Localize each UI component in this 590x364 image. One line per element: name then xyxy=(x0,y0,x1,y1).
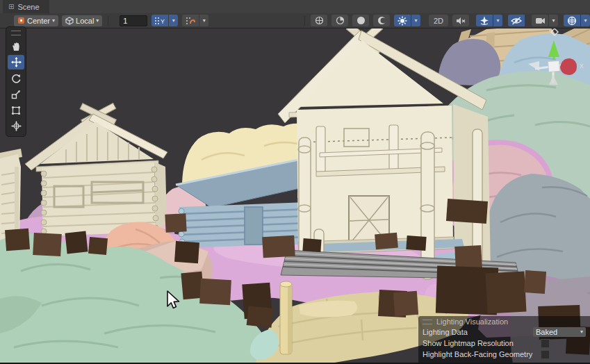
pivot-center-icon xyxy=(17,17,25,24)
hidden-objects-button[interactable] xyxy=(508,15,525,26)
tool-rotate[interactable] xyxy=(8,71,24,85)
rotate-icon xyxy=(11,74,21,83)
grid-visibility-button[interactable]: Y xyxy=(151,15,168,26)
camera-settings-button[interactable] xyxy=(532,15,548,26)
tool-pan-hand[interactable] xyxy=(8,39,24,53)
tools-drag-handle[interactable] xyxy=(11,31,21,35)
svg-text:Y: Y xyxy=(161,18,165,25)
wireframe-sphere-icon xyxy=(315,16,324,25)
camera-settings-dropdown[interactable]: ▾ xyxy=(549,15,558,26)
panel-title: Lighting Visualization xyxy=(436,317,508,326)
draw-mode-shaded-wireframe-button[interactable] xyxy=(331,15,348,26)
effects-sparkle-icon xyxy=(480,16,489,25)
cube-orientation-icon xyxy=(65,17,74,25)
tools-overlay xyxy=(6,26,26,137)
show-lightmap-resolution-checkbox[interactable] xyxy=(541,339,550,348)
shaded-wireframe-sphere-icon xyxy=(336,16,345,25)
show-lightmap-resolution-label: Show Lightmap Resolution xyxy=(423,339,514,347)
audio-toggle-button[interactable] xyxy=(452,15,469,26)
eye-slash-icon xyxy=(511,17,522,25)
grid-icon: ⊞ xyxy=(8,3,14,10)
sun-icon xyxy=(398,16,407,26)
grid-y-icon: Y xyxy=(154,17,165,25)
gizmos-toggle-button[interactable] xyxy=(564,15,580,26)
x-axis-label: x xyxy=(580,61,584,69)
tool-transform[interactable] xyxy=(8,119,24,133)
snap-magnet-icon xyxy=(186,17,195,25)
tool-rect[interactable] xyxy=(8,103,24,117)
snap-toggle-button[interactable] xyxy=(182,15,199,26)
draw-mode-wireframe-button[interactable] xyxy=(311,15,327,26)
lighting-data-label: Lighting Data xyxy=(423,328,468,336)
gizmos-dropdown[interactable]: ▾ xyxy=(581,15,590,26)
overdraw-sphere-icon xyxy=(377,16,386,25)
tab-scene[interactable]: ⊞ Scene xyxy=(3,0,49,13)
snap-toggle-dropdown[interactable]: ▾ xyxy=(199,15,208,26)
scale-icon xyxy=(11,90,21,99)
speaker-mute-icon xyxy=(456,17,466,25)
highlight-backfacing-checkbox[interactable] xyxy=(541,350,550,359)
draw-mode-shaded-button[interactable] xyxy=(352,15,369,26)
lighting-toggle-button[interactable] xyxy=(394,15,411,26)
hand-icon xyxy=(11,42,21,51)
tab-strip: ⊞ Scene xyxy=(0,0,590,13)
lighting-visualization-panel: Lighting Visualization Lighting Data Bak… xyxy=(418,316,590,364)
highlight-backfacing-label: Highlight Back-Facing Geometry xyxy=(423,350,532,358)
rect-tool-icon xyxy=(11,106,21,115)
scene-toolbar: Center▾ Local▾ 1 Y ▾ ▾ xyxy=(0,13,590,28)
panel-drag-handle[interactable] xyxy=(423,320,432,324)
wooden-pillar xyxy=(280,281,292,354)
tool-scale[interactable] xyxy=(8,87,24,101)
camera-icon xyxy=(535,17,546,24)
orientation-button[interactable]: Local▾ xyxy=(62,15,102,26)
lighting-dropdown[interactable]: ▾ xyxy=(411,15,420,26)
grid-visibility-dropdown[interactable]: ▾ xyxy=(169,15,178,26)
transform-icon xyxy=(11,121,22,131)
2d-toggle-button[interactable]: 2D xyxy=(429,15,448,26)
effects-toggle-button[interactable] xyxy=(476,15,493,26)
move-icon xyxy=(11,57,22,67)
scene-viewport[interactable]: x xyxy=(0,0,590,364)
unity-scene-view: x ⊞ Scene Center▾ Local▾ 1 xyxy=(0,0,590,364)
effects-dropdown[interactable]: ▾ xyxy=(493,15,502,26)
draw-mode-overdraw-button[interactable] xyxy=(373,15,390,26)
pivot-mode-button[interactable]: Center▾ xyxy=(14,15,58,26)
snap-increment-field[interactable]: 1 xyxy=(120,15,147,26)
gizmo-sphere-icon xyxy=(567,16,577,26)
tool-move[interactable] xyxy=(8,55,24,69)
shaded-sphere-icon xyxy=(357,16,366,25)
lighting-data-dropdown[interactable]: Baked▾ xyxy=(533,327,586,337)
tab-label: Scene xyxy=(17,3,39,11)
